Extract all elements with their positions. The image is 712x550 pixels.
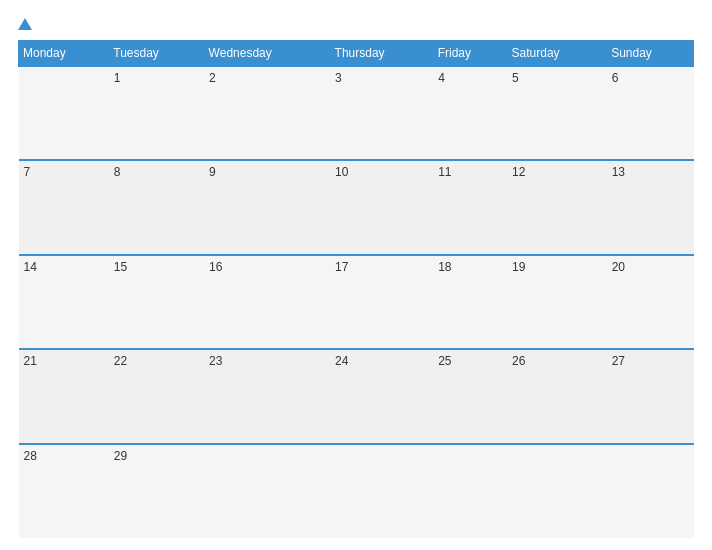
day-number: 14 <box>24 260 104 274</box>
calendar-cell: 14 <box>19 255 109 349</box>
calendar-cell: 18 <box>433 255 507 349</box>
day-number: 2 <box>209 71 325 85</box>
logo-triangle-icon <box>18 18 32 30</box>
week-row-2: 78910111213 <box>19 160 694 254</box>
day-number: 21 <box>24 354 104 368</box>
calendar-cell: 28 <box>19 444 109 538</box>
calendar-cell: 11 <box>433 160 507 254</box>
calendar-cell: 25 <box>433 349 507 443</box>
day-number: 6 <box>612 71 689 85</box>
calendar-cell <box>204 444 330 538</box>
calendar-cell: 5 <box>507 66 607 160</box>
day-number: 9 <box>209 165 325 179</box>
weekday-header-tuesday: Tuesday <box>109 41 204 67</box>
calendar-cell: 8 <box>109 160 204 254</box>
calendar-cell: 15 <box>109 255 204 349</box>
day-number: 22 <box>114 354 199 368</box>
day-number: 15 <box>114 260 199 274</box>
calendar-cell: 6 <box>607 66 694 160</box>
week-row-5: 2829 <box>19 444 694 538</box>
calendar-page: MondayTuesdayWednesdayThursdayFridaySatu… <box>0 0 712 550</box>
day-number: 24 <box>335 354 428 368</box>
calendar-cell: 26 <box>507 349 607 443</box>
day-number: 5 <box>512 71 602 85</box>
calendar-cell: 24 <box>330 349 433 443</box>
calendar-cell: 4 <box>433 66 507 160</box>
day-number: 26 <box>512 354 602 368</box>
day-number: 16 <box>209 260 325 274</box>
calendar-cell <box>19 66 109 160</box>
day-number: 25 <box>438 354 502 368</box>
calendar-cell: 29 <box>109 444 204 538</box>
day-number: 4 <box>438 71 502 85</box>
calendar-cell: 1 <box>109 66 204 160</box>
day-number: 7 <box>24 165 104 179</box>
calendar-cell <box>330 444 433 538</box>
calendar-cell: 22 <box>109 349 204 443</box>
week-row-3: 14151617181920 <box>19 255 694 349</box>
day-number: 12 <box>512 165 602 179</box>
calendar-cell: 17 <box>330 255 433 349</box>
logo <box>18 18 34 30</box>
day-number: 29 <box>114 449 199 463</box>
calendar-cell: 19 <box>507 255 607 349</box>
calendar-cell <box>607 444 694 538</box>
day-number: 20 <box>612 260 689 274</box>
calendar-cell: 16 <box>204 255 330 349</box>
calendar-cell: 3 <box>330 66 433 160</box>
calendar-cell: 27 <box>607 349 694 443</box>
day-number: 8 <box>114 165 199 179</box>
day-number: 10 <box>335 165 428 179</box>
day-number: 27 <box>612 354 689 368</box>
day-number: 1 <box>114 71 199 85</box>
calendar-cell: 9 <box>204 160 330 254</box>
logo-blue-row <box>18 18 34 30</box>
day-number: 3 <box>335 71 428 85</box>
weekday-header-friday: Friday <box>433 41 507 67</box>
weekday-header-monday: Monday <box>19 41 109 67</box>
day-number: 18 <box>438 260 502 274</box>
week-row-4: 21222324252627 <box>19 349 694 443</box>
day-number: 11 <box>438 165 502 179</box>
weekday-header-wednesday: Wednesday <box>204 41 330 67</box>
calendar-cell <box>507 444 607 538</box>
weekday-header-row: MondayTuesdayWednesdayThursdayFridaySatu… <box>19 41 694 67</box>
calendar-cell: 10 <box>330 160 433 254</box>
day-number: 17 <box>335 260 428 274</box>
day-number: 28 <box>24 449 104 463</box>
header <box>18 18 694 30</box>
calendar-cell: 2 <box>204 66 330 160</box>
calendar-cell: 12 <box>507 160 607 254</box>
calendar-body: 1234567891011121314151617181920212223242… <box>19 66 694 538</box>
calendar-table: MondayTuesdayWednesdayThursdayFridaySatu… <box>18 40 694 538</box>
calendar-cell: 23 <box>204 349 330 443</box>
calendar-cell: 13 <box>607 160 694 254</box>
weekday-header-sunday: Sunday <box>607 41 694 67</box>
calendar-cell: 20 <box>607 255 694 349</box>
weekday-header-thursday: Thursday <box>330 41 433 67</box>
day-number: 23 <box>209 354 325 368</box>
calendar-cell: 7 <box>19 160 109 254</box>
day-number: 19 <box>512 260 602 274</box>
day-number: 13 <box>612 165 689 179</box>
calendar-cell <box>433 444 507 538</box>
week-row-1: 123456 <box>19 66 694 160</box>
calendar-cell: 21 <box>19 349 109 443</box>
weekday-header-saturday: Saturday <box>507 41 607 67</box>
